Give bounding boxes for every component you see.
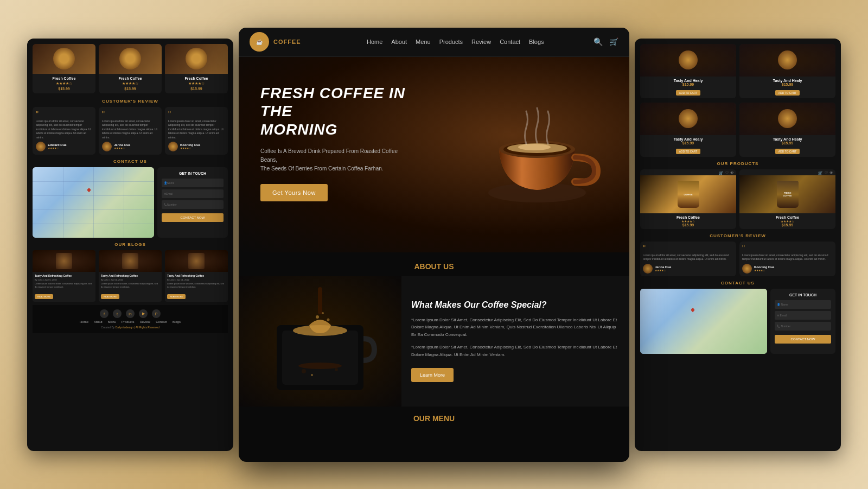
center-logo: ☕ COFFEE — [250, 32, 301, 52]
our-products-title: OUR PRODUCTS — [640, 161, 835, 166]
our-product-price-2: $15.99 — [742, 223, 833, 227]
menu-header: OUR MENU — [239, 407, 629, 427]
right-reviewer-avatar-2 — [742, 264, 752, 274]
about-label: ABOUT — [414, 262, 441, 271]
our-product-price-1: $15.99 — [642, 223, 734, 227]
center-panel: ☕ COFFEE Home About Menu Products Review… — [239, 28, 629, 462]
nav-home[interactable]: Home — [367, 39, 382, 45]
nav-menu[interactable]: Menu — [416, 39, 431, 45]
add-to-cart-btn-1[interactable]: ADD TO CART — [676, 90, 701, 96]
contact-now-button[interactable]: CONTACT NOW — [162, 213, 224, 222]
left-review-3: " Lorem ipsum dolor sit amet, consectetu… — [165, 107, 228, 155]
git-title: GET IN TOUCH — [162, 172, 224, 175]
product-bag-label-2: FRESH COFFEE — [782, 192, 793, 197]
map-grid-v1 — [63, 167, 63, 238]
left-review-1: " Lorem ipsum dolor sit amet, consectetu… — [33, 107, 95, 155]
footer-blogs[interactable]: Blogs — [173, 320, 181, 323]
git-input-phone[interactable]: 📞 Number — [162, 200, 224, 209]
pinterest-icon[interactable]: P — [152, 309, 161, 318]
blog-meta-2: By John | Jan 01, 2022 — [101, 278, 159, 281]
add-to-cart-btn-4[interactable]: ADD TO CART — [775, 149, 800, 154]
search-icon[interactable]: 🔍 — [593, 37, 603, 46]
blog-read-more-2[interactable]: READ MORE — [101, 294, 119, 299]
our-product-actions-2: 🛒 ♡ 👁 — [739, 169, 835, 175]
right-git-email[interactable]: ✉ Email — [775, 311, 831, 320]
right-review-row: " Lorem ipsum dolor sit amet, consectetu… — [640, 242, 835, 276]
cart-action-icon-2[interactable]: 🛒 — [818, 171, 823, 175]
right-review-text-1: Lorem ipsum dolor sit amet, consectetur … — [643, 253, 733, 262]
nav-contact[interactable]: Contact — [500, 39, 520, 45]
footer-products[interactable]: Products — [122, 320, 135, 323]
right-contact-btn[interactable]: CONTACT NOW — [775, 335, 831, 344]
right-product-title-1: Tasty And Healy — [642, 79, 734, 82]
our-product-card-2: 🛒 ♡ 👁 FRESH COFFEE Fresh Coffee ★★★★☆ — [739, 169, 835, 229]
our-product-body-1: Fresh Coffee ★★★★☆ $15.99 — [640, 213, 736, 229]
product-stars-1: ★★★★☆ — [35, 81, 93, 86]
about-title: ABOUT US — [239, 262, 629, 271]
footer-menu[interactable]: Menu — [108, 320, 116, 323]
about-para-1: *Lorem Ipsum Dolor Sit Amet, Consectetur… — [411, 316, 620, 339]
product-card-title-3: Fresh Coffee — [167, 77, 226, 80]
add-to-cart-btn-3[interactable]: ADD TO CART — [676, 149, 701, 154]
left-product-row: Fresh Coffee ★★★★☆ $15.99 Fresh Coffee ★… — [33, 44, 228, 93]
right-review-card-1: " Lorem ipsum dolor sit amet, consectetu… — [640, 242, 736, 276]
heart-action-icon-2[interactable]: ♡ — [825, 171, 828, 175]
tasty-thumbnail-3 — [679, 109, 698, 128]
footer-contact[interactable]: Contact — [156, 320, 167, 323]
nav-review[interactable]: Review — [471, 39, 491, 45]
right-product-body-1: Tasty And Healy $15.99 ADD TO CART — [640, 77, 736, 98]
git-input-name[interactable]: 👤 Name — [162, 179, 224, 187]
eye-action-icon-1[interactable]: 👁 — [730, 171, 734, 175]
right-reviewer-avatar-1 — [643, 264, 653, 274]
blog-read-more-1[interactable]: READ MORE — [35, 294, 53, 299]
tasty-thumbnail-2 — [778, 50, 797, 69]
menu-title: OUR MENU — [239, 414, 629, 423]
instagram-icon[interactable]: in — [126, 309, 135, 318]
right-git-phone[interactable]: 📞 Number — [775, 322, 831, 331]
map-pin — [87, 188, 91, 192]
cart-action-icon-1[interactable]: 🛒 — [719, 171, 724, 175]
coffee-thumbnail-1 — [53, 48, 75, 69]
review-text-3: Lorem ipsum dolor sit amet, consectetur … — [168, 119, 225, 140]
right-product-row-2: Tasty And Healy $15.99 ADD TO CART Tasty… — [640, 103, 835, 157]
right-product-card-1: Tasty And Healy $15.99 ADD TO CART — [640, 44, 736, 98]
cart-icon[interactable]: 🛒 — [609, 37, 618, 46]
blog-read-more-3[interactable]: READ MORE — [167, 294, 186, 299]
nav-about[interactable]: About — [391, 39, 407, 45]
blog-text-3: Lorem ipsum dolor sit amet, consectetur … — [167, 282, 226, 288]
footer-credit-link[interactable]: Dailynilsdesign — [116, 326, 133, 329]
heart-action-icon-1[interactable]: ♡ — [725, 171, 729, 175]
right-git-title: GET IN TOUCH — [775, 293, 831, 297]
right-map-placeholder — [640, 289, 767, 354]
twitter-icon[interactable]: t — [113, 309, 122, 318]
review-text-1: Lorem ipsum dolor sit amet, consectetur … — [36, 119, 92, 140]
menu-label: MENU — [432, 414, 455, 423]
blog-meta-3: By John | Jan 01, 2022 — [167, 278, 226, 281]
git-input-email[interactable]: ✉ Email — [162, 189, 224, 198]
right-git-name[interactable]: 👤 Name — [775, 300, 831, 309]
our-product-name-2: Fresh Coffee — [742, 215, 833, 219]
blogs-section-title: OUR BLOGS — [33, 242, 228, 247]
add-to-cart-btn-2[interactable]: ADD TO CART — [775, 90, 800, 96]
youtube-icon[interactable]: ▶ — [139, 309, 148, 318]
product-price-1: $15.99 — [35, 87, 93, 91]
right-contact-section: GET IN TOUCH 👤 Name ✉ Email 📞 Number CON… — [640, 289, 835, 354]
product-stars-2: ★★★★☆ — [101, 81, 159, 86]
our-products-row: 🛒 ♡ 👁 COFFEE Fresh Coffee ★★★★☆ — [640, 169, 835, 229]
footer-home[interactable]: Home — [80, 320, 88, 323]
product-card-body-1: Fresh Coffee ★★★★☆ $15.99 — [33, 74, 95, 93]
right-product-body-4: Tasty And Healy $15.99 ADD TO CART — [739, 135, 835, 157]
get-yours-now-button[interactable]: Get Yours Now — [260, 184, 328, 201]
learn-more-button[interactable]: Learn More — [411, 368, 454, 382]
right-product-price-1: $15.99 — [642, 82, 734, 86]
footer-about[interactable]: About — [94, 320, 103, 323]
nav-products[interactable]: Products — [439, 39, 463, 45]
eye-action-icon-2[interactable]: 👁 — [829, 171, 833, 175]
nav-blogs[interactable]: Blogs — [529, 39, 544, 45]
right-review-text-2: Lorem ipsum dolor sit amet, consectetur … — [742, 253, 833, 262]
right-reviewer-stars-1: ★★★★☆ — [655, 269, 671, 272]
facebook-icon[interactable]: f — [100, 309, 108, 318]
footer-review[interactable]: Review — [140, 320, 151, 323]
product-bag-label-1: COFFEE — [684, 193, 692, 195]
our-product-body-2: Fresh Coffee ★★★★☆ $15.99 — [739, 213, 835, 229]
